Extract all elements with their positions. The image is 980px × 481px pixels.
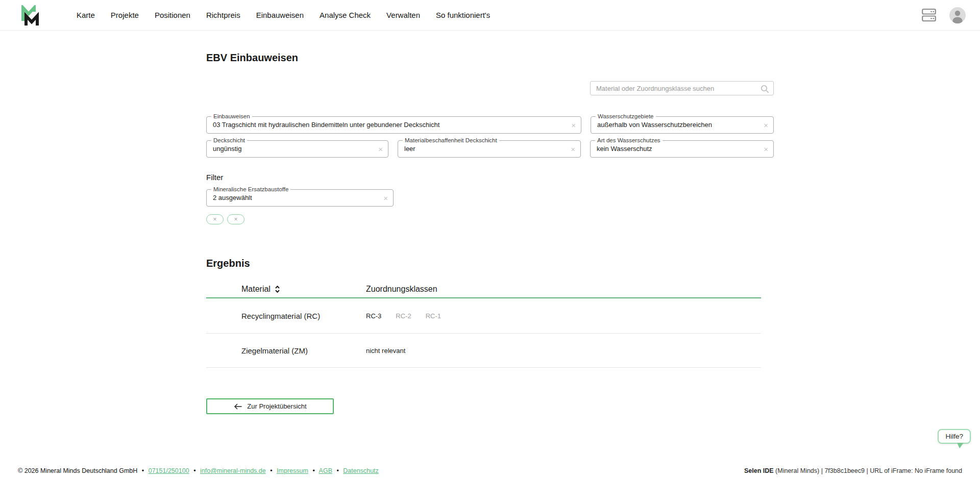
table-row: Ziegelmaterial (ZM) nicht relevant (206, 334, 761, 368)
search-input[interactable] (591, 82, 773, 95)
class-badge: nicht relevant (366, 347, 405, 355)
zuordnungsklassen-cell: RC-3 RC-2 RC-1 (366, 312, 441, 320)
filter-chip-remove-2[interactable]: × (227, 214, 244, 224)
footer-link-impressum[interactable]: Impressum (277, 467, 308, 474)
main-nav: Karte Projekte Positionen Richtpreis Ein… (77, 11, 490, 19)
user-avatar-icon[interactable] (949, 7, 966, 23)
nav-item-projekte[interactable]: Projekte (111, 11, 139, 19)
column-header-material[interactable]: Material (206, 285, 366, 294)
select-deckschicht[interactable]: Deckschicht ungünstig × (206, 140, 388, 158)
search-box (590, 81, 774, 95)
class-badge: RC-1 (426, 312, 441, 320)
select-wasserschutzgebiete[interactable]: Wasserschutzgebiete außerhalb von Wasser… (591, 116, 774, 134)
back-to-project-overview-button[interactable]: Zur Projektübersicht (206, 398, 334, 414)
server-icon[interactable] (922, 8, 936, 22)
clear-icon[interactable]: × (571, 121, 576, 129)
column-header-zuordnungsklassen: Zuordnungsklassen (366, 285, 437, 294)
clear-icon[interactable]: × (764, 145, 768, 153)
close-icon: × (234, 216, 237, 222)
field-label: Deckschicht (211, 137, 247, 143)
select-materialbeschaffenheit[interactable]: Materialbeschaffenheit Deckschicht leer … (398, 140, 581, 158)
footer-left: © 2026 Mineral Minds Deutschland GmbH • … (18, 467, 379, 474)
clear-icon[interactable]: × (571, 145, 575, 153)
clear-icon[interactable]: × (764, 121, 768, 129)
nav-item-karte[interactable]: Karte (77, 11, 95, 19)
separator-dot: • (142, 467, 144, 474)
mineral-minds-logo[interactable] (20, 5, 40, 26)
nav-item-verwalten[interactable]: Verwalten (386, 11, 420, 19)
footer-link-email[interactable]: info@mineral-minds.de (200, 467, 266, 474)
page-title: EBV Einbauweisen (206, 52, 774, 64)
filter-chip-remove-1[interactable]: × (206, 214, 224, 224)
nav-item-einbauweisen[interactable]: Einbauweisen (256, 11, 304, 19)
result-section-title: Ergebnis (206, 257, 774, 269)
zuordnungsklassen-cell: nicht relevant (366, 347, 405, 355)
field-label: Mineralische Ersatzbaustoffe (211, 186, 290, 192)
field-label: Wasserschutzgebiete (596, 113, 656, 119)
select-mineralische-ersatzbaustoffe[interactable]: Mineralische Ersatzbaustoffe 2 ausgewähl… (206, 189, 394, 207)
nav-item-so-funktionierts[interactable]: So funktioniert's (436, 11, 490, 19)
separator-dot: • (270, 467, 272, 474)
search-icon[interactable] (761, 85, 769, 93)
field-label: Einbauweisen (211, 113, 252, 119)
table-row: Recyclingmaterial (RC) RC-3 RC-2 RC-1 (206, 298, 761, 334)
help-button[interactable]: Hilfe? (938, 429, 971, 444)
field-label: Art des Wasserschutzes (595, 137, 663, 143)
arrow-left-icon (233, 403, 242, 410)
main-content: EBV Einbauweisen Einbauweisen 03 Tragsch… (206, 52, 774, 414)
speech-bubble-tail (957, 443, 964, 448)
field-value: 03 Tragschicht mit hydraulischen Bindemi… (207, 117, 581, 133)
nav-item-richtpreis[interactable]: Richtpreis (206, 11, 240, 19)
back-button-label: Zur Projektübersicht (247, 402, 306, 410)
top-navigation-bar: Karte Projekte Positionen Richtpreis Ein… (0, 0, 980, 31)
footer-link-datenschutz[interactable]: Datenschutz (343, 467, 378, 474)
filter-chips: × × (206, 214, 774, 224)
footer: © 2026 Mineral Minds Deutschland GmbH • … (0, 461, 980, 481)
footer-right-status: Selen IDE (Mineral Minds) | 7f3b8c1beec9… (744, 467, 962, 474)
footer-link-phone[interactable]: 07151/250100 (149, 467, 189, 474)
clear-icon[interactable]: × (383, 194, 388, 202)
separator-dot: • (336, 467, 338, 474)
select-art-des-wasserschutzes[interactable]: Art des Wasserschutzes kein Wasserschutz… (590, 140, 774, 158)
sort-icon[interactable] (275, 285, 280, 293)
clear-icon[interactable]: × (378, 145, 383, 153)
footer-link-agb[interactable]: AGB (319, 467, 332, 474)
close-icon: × (213, 216, 216, 222)
ide-status-text: (Mineral Minds) | 7f3b8c1beec9 | URL of … (774, 467, 962, 474)
filter-section-title: Filter (206, 173, 774, 182)
copyright-text: © 2026 Mineral Minds Deutschland GmbH (18, 467, 137, 474)
result-table: Material Zuordnungsklassen Recyclingmate… (206, 281, 761, 368)
material-cell: Recyclingmaterial (RC) (206, 312, 366, 320)
class-badge: RC-3 (366, 312, 381, 320)
help-label: Hilfe? (945, 433, 963, 440)
separator-dot: • (312, 467, 314, 474)
class-badge: RC-2 (396, 312, 411, 320)
separator-dot: • (193, 467, 195, 474)
table-header-row: Material Zuordnungsklassen (206, 281, 761, 298)
field-label: Materialbeschaffenheit Deckschicht (403, 137, 499, 143)
nav-item-positionen[interactable]: Positionen (155, 11, 190, 19)
material-cell: Ziegelmaterial (ZM) (206, 346, 366, 355)
select-einbauweisen[interactable]: Einbauweisen 03 Tragschicht mit hydrauli… (206, 116, 581, 134)
column-header-label: Material (241, 285, 271, 294)
nav-item-analyse-check[interactable]: Analyse Check (320, 11, 371, 19)
ide-name: Selen IDE (744, 467, 774, 474)
